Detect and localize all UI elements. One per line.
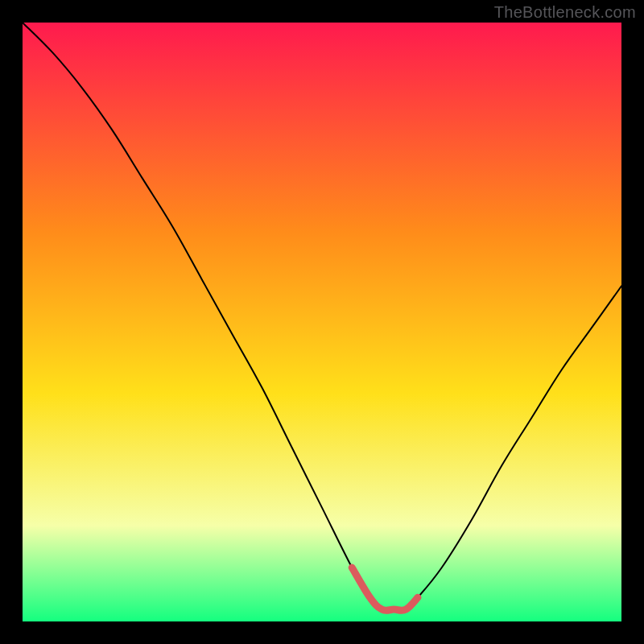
chart-root: TheBottleneck.com — [0, 0, 644, 644]
gradient-backdrop — [23, 23, 621, 621]
plot-area — [23, 23, 621, 621]
attribution-text: TheBottleneck.com — [494, 3, 636, 22]
bottleneck-chart — [23, 23, 621, 621]
